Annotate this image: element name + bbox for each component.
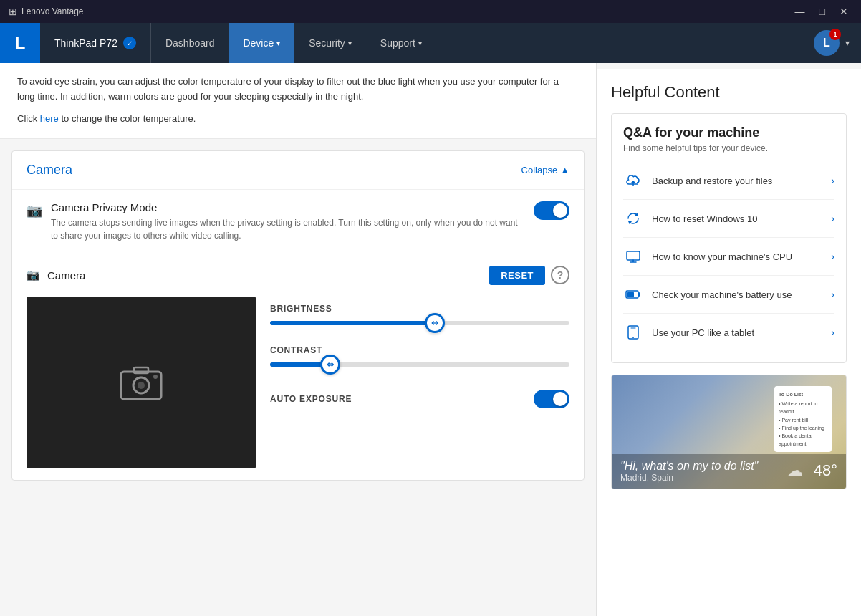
- thumbnail-temperature: 48°: [814, 461, 837, 480]
- svg-rect-5: [627, 251, 640, 260]
- notification-badge: 1: [829, 29, 841, 40]
- help-icon[interactable]: ?: [551, 266, 569, 284]
- camera-card: Camera Collapse ▲ 📷 Camera Privacy Mode …: [11, 150, 585, 481]
- camera-controls: RESET ?: [489, 266, 569, 285]
- collapse-label: Collapse: [521, 165, 558, 175]
- nav-device[interactable]: Device ▾: [229, 23, 294, 63]
- qa-tablet-chevron: ›: [831, 327, 834, 338]
- qa-item-reset[interactable]: How to reset Windows 10 ›: [623, 200, 834, 238]
- right-sidebar: Helpful Content Q&A for your machine Fin…: [596, 63, 861, 616]
- privacy-mode-desc: The camera stops sending live images whe…: [51, 216, 525, 242]
- thumbnail-location: Madrid, Spain: [620, 473, 837, 483]
- verified-icon: ✓: [123, 37, 136, 49]
- qa-reset-text: How to reset Windows 10: [652, 213, 822, 224]
- click-suffix: to change the color temperature.: [61, 113, 196, 124]
- contrast-thumb[interactable]: ⇔: [320, 355, 340, 375]
- thumbnail-todolist: To-Do List • Write a report to readdit •…: [774, 386, 832, 452]
- camera-sub-header: 📷 Camera RESET ?: [27, 266, 569, 285]
- privacy-mode-info: Camera Privacy Mode The camera stops sen…: [51, 201, 525, 242]
- device-chevron-icon: ▾: [276, 39, 280, 47]
- qa-backup-text: Backup and restore your files: [652, 175, 822, 186]
- auto-exposure-row: AUTO EXPOSURE: [270, 390, 569, 408]
- qa-battery-text: Check your machine's battery use: [652, 289, 822, 300]
- reset-button[interactable]: RESET: [489, 266, 545, 285]
- brightness-thumb[interactable]: ⇔: [425, 313, 445, 333]
- minimize-button[interactable]: —: [791, 4, 809, 19]
- close-button[interactable]: ✕: [835, 4, 852, 19]
- camera-sub-title: 📷 Camera: [27, 269, 85, 281]
- thumbnail-overlay: "Hi, what's on my to do list" Madrid, Sp…: [612, 454, 846, 489]
- qa-backup-chevron: ›: [831, 175, 834, 186]
- camera-subsection: 📷 Camera RESET ?: [12, 254, 584, 480]
- cloud-icon: [623, 170, 643, 191]
- navbar: L ThinkPad P72 ✓ Dashboard Device ▾ Secu…: [0, 23, 861, 63]
- click-prefix: Click: [17, 113, 37, 124]
- helpful-content: Helpful Content Q&A for your machine Fin…: [597, 69, 861, 363]
- svg-point-2: [138, 382, 145, 389]
- contrast-label: CONTRAST: [270, 345, 569, 355]
- camera-sliders: BRIGHTNESS ⇔ CONTRAST: [270, 297, 569, 468]
- main-layout: To avoid eye strain, you can adjust the …: [0, 63, 861, 616]
- auto-exposure-label: AUTO EXPOSURE: [270, 394, 352, 404]
- collapse-button[interactable]: Collapse ▲: [521, 165, 569, 175]
- qa-card-title: Q&A for your machine: [623, 125, 834, 140]
- camera-section-header: Camera Collapse ▲: [12, 151, 584, 190]
- qa-battery-chevron: ›: [831, 289, 834, 300]
- logo: L: [0, 23, 40, 63]
- qa-card: Q&A for your machine Find some helpful t…: [611, 113, 847, 363]
- svg-rect-7: [627, 292, 634, 297]
- qa-item-cpu[interactable]: How to know your machine's CPU ›: [623, 238, 834, 276]
- titlebar-title: ⊞ Lenovo Vantage: [9, 6, 84, 17]
- camera-section-title: Camera: [27, 163, 72, 178]
- auto-exposure-toggle[interactable]: [534, 390, 569, 408]
- info-section: To avoid eye strain, you can adjust the …: [0, 63, 596, 139]
- titlebar-controls: — □ ✕: [791, 4, 852, 19]
- refresh-icon: [623, 208, 643, 228]
- info-text: To avoid eye strain, you can adjust the …: [17, 74, 579, 105]
- qa-card-subtitle: Find some helpful tips for your device.: [623, 143, 834, 153]
- nav-links: Dashboard Device ▾ Security ▾ Support ▾: [151, 23, 814, 63]
- brightness-track[interactable]: ⇔: [270, 321, 569, 325]
- navbar-right: L 1 ▾: [814, 30, 861, 56]
- qa-item-backup[interactable]: Backup and restore your files ›: [623, 162, 834, 200]
- camera-privacy-icon: 📷: [27, 203, 42, 218]
- content-area: To avoid eye strain, you can adjust the …: [0, 63, 596, 616]
- titlebar-app-name: Lenovo Vantage: [21, 6, 84, 16]
- camera-preview: [27, 297, 256, 468]
- qa-tablet-text: Use your PC like a tablet: [652, 327, 822, 338]
- nav-security[interactable]: Security ▾: [294, 23, 366, 63]
- device-label: ThinkPad P72 ✓: [40, 23, 151, 63]
- support-chevron-icon: ▾: [418, 39, 422, 47]
- device-name: ThinkPad P72: [54, 37, 117, 49]
- weather-cloud-icon: ☁: [787, 461, 803, 480]
- privacy-mode-name: Camera Privacy Mode: [51, 201, 525, 213]
- qa-item-tablet[interactable]: Use your PC like a tablet ›: [623, 314, 834, 351]
- contrast-group: CONTRAST ⇔: [270, 345, 569, 367]
- privacy-mode-row: 📷 Camera Privacy Mode The camera stops s…: [12, 190, 584, 254]
- svg-point-4: [153, 375, 158, 379]
- qa-cpu-chevron: ›: [831, 251, 834, 262]
- brightness-label: BRIGHTNESS: [270, 304, 569, 314]
- nav-support[interactable]: Support ▾: [366, 23, 436, 63]
- titlebar: ⊞ Lenovo Vantage — □ ✕: [0, 0, 861, 23]
- nav-dashboard[interactable]: Dashboard: [151, 23, 229, 63]
- brightness-thumb-arrows: ⇔: [431, 318, 438, 328]
- maximize-button[interactable]: □: [815, 4, 829, 19]
- svg-rect-3: [134, 367, 148, 373]
- contrast-thumb-arrows: ⇔: [327, 360, 334, 370]
- camera-placeholder-icon: [112, 354, 170, 411]
- avatar-chevron-icon: ▾: [845, 38, 850, 48]
- avatar[interactable]: L 1: [814, 30, 840, 56]
- battery-icon: [623, 284, 643, 304]
- collapse-chevron-icon: ▲: [560, 165, 569, 175]
- security-chevron-icon: ▾: [348, 39, 352, 47]
- thumbnail-card: To-Do List • Write a report to readdit •…: [611, 375, 847, 489]
- thumbnail-quote: "Hi, what's on my to do list": [620, 460, 837, 473]
- qa-cpu-text: How to know your machine's CPU: [652, 251, 822, 262]
- contrast-track[interactable]: ⇔: [270, 362, 569, 367]
- lenovo-vantage-icon: ⊞: [9, 6, 17, 17]
- here-link[interactable]: here: [40, 113, 59, 124]
- privacy-mode-toggle[interactable]: [534, 201, 569, 220]
- qa-item-battery[interactable]: Check your machine's battery use ›: [623, 276, 834, 314]
- click-row: Click here to change the color temperatu…: [17, 113, 579, 124]
